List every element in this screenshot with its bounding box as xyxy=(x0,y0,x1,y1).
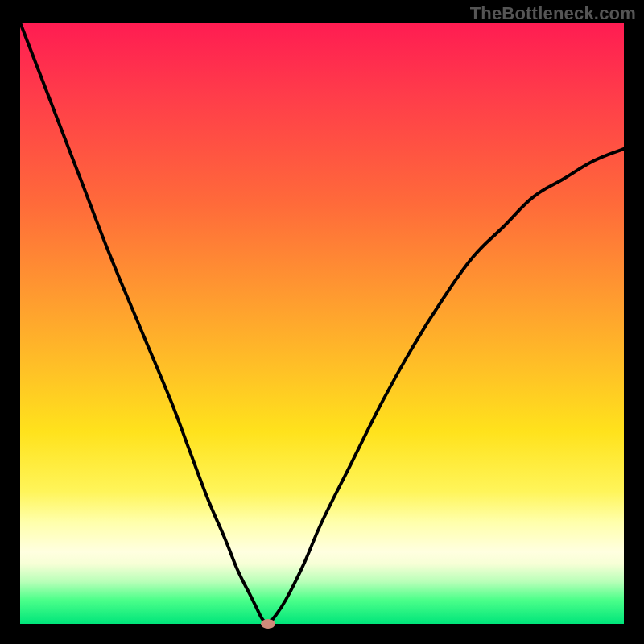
watermark-text: TheBottleneck.com xyxy=(470,3,636,24)
optimal-point-marker xyxy=(261,619,275,629)
plot-area xyxy=(20,23,624,624)
chart-frame: TheBottleneck.com xyxy=(0,0,644,644)
curve-svg xyxy=(20,23,624,624)
bottleneck-curve xyxy=(20,23,624,624)
